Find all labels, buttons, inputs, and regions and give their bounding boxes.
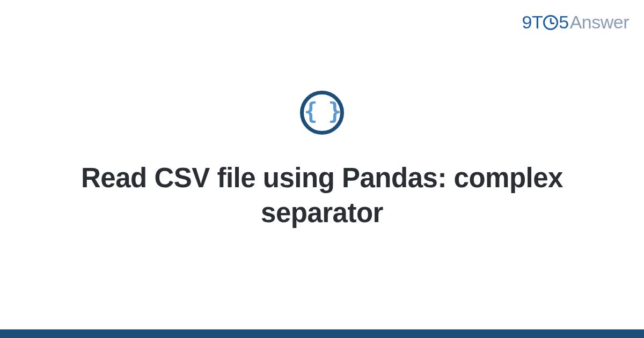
footer-accent-bar [0,329,644,338]
code-braces-icon: { } [300,91,344,135]
main-content: { } Read CSV file using Pandas: complex … [0,91,644,231]
page-title: Read CSV file using Pandas: complex sepa… [54,160,590,231]
braces-glyph: { } [304,100,340,123]
logo-text-9t: 9T [522,12,543,33]
logo-text-5: 5 [559,12,568,33]
logo-text-answer: Answer [570,12,629,33]
clock-icon [543,15,558,30]
site-logo: 9T 5 Answer [522,12,629,33]
